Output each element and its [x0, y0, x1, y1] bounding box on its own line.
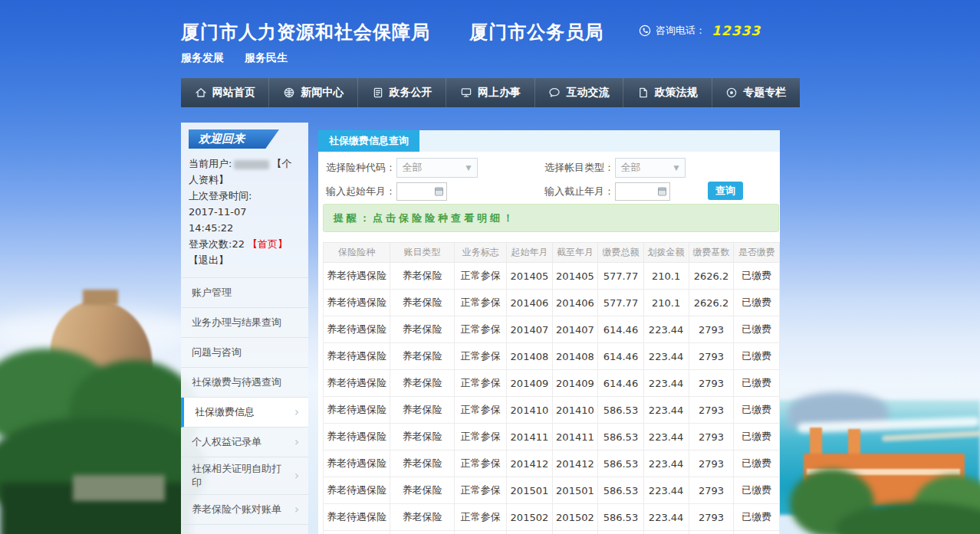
table-cell: 正常参保 — [455, 531, 507, 534]
account-type-group: 选择帐目类型 : 全部 ▼ — [544, 158, 686, 178]
cell-insurance-type[interactable]: 养老待遇保险 — [324, 397, 390, 424]
table-cell: 201406 — [507, 290, 553, 316]
table-row: 养老待遇保险养老保险正常参保201502201502586.53223.4427… — [324, 504, 780, 531]
table-cell: 2793 — [689, 450, 734, 477]
column-header: 截至年月 — [552, 243, 598, 263]
cell-insurance-type[interactable]: 养老待遇保险 — [324, 450, 390, 477]
nav-item-label: 政策法规 — [655, 86, 698, 100]
logout-link[interactable]: 【退出】 — [189, 254, 229, 266]
insurance-code-select[interactable]: 全部 ▼ — [396, 158, 478, 178]
table-cell: 2793 — [689, 316, 734, 343]
tab-payment-query[interactable]: 社保缴费信息查询 — [318, 130, 419, 152]
nav-item-policies[interactable]: 政策法规 — [623, 78, 712, 107]
hotline-number: 12333 — [712, 23, 761, 38]
sidebar-item-insurance-benefit-query[interactable]: 社保缴费与待遇查询 — [181, 368, 308, 398]
sidebar-item-account-management[interactable]: 账户管理 — [181, 278, 308, 308]
sidebar-item-label: 社保缴费与待遇查询 — [192, 375, 281, 389]
nav-item-interaction[interactable]: 互动交流 — [535, 78, 623, 107]
table-cell: 223.44 — [643, 316, 689, 343]
sidebar-item-pension-adjustment[interactable]: 养老金待遇调整› — [181, 525, 308, 534]
payment-table-wrap: 保险险种账目类型业务标志起始年月截至年月缴费总额划拨金额缴费基数是否缴费 养老待… — [323, 242, 780, 534]
nav-item-gov-disclosure[interactable]: 政务公开 — [358, 78, 446, 107]
table-cell: 2626.2 — [689, 263, 734, 290]
table-cell: 正常参保 — [455, 450, 507, 477]
table-row: 养老待遇保险养老保险正常参保201503201503586.53223.4427… — [324, 531, 780, 534]
table-cell: 已缴费 — [734, 316, 780, 343]
main-panel: 社保缴费信息查询 选择险种代码 : 全部 ▼ 选择帐目类型 : 全部 ▼ 输入起… — [318, 130, 780, 534]
document-list-icon — [372, 87, 384, 99]
calendar-icon[interactable] — [658, 188, 666, 196]
cell-insurance-type[interactable]: 养老待遇保险 — [324, 504, 390, 531]
nav-item-home[interactable]: 网站首页 — [181, 78, 269, 107]
table-cell: 已缴费 — [734, 424, 780, 450]
nav-item-online-services[interactable]: 网上办事 — [446, 78, 534, 107]
table-cell: 201405 — [552, 263, 598, 290]
nav-item-news-center[interactable]: 新闻中心 — [269, 78, 357, 107]
sidebar-item-label: 问题与咨询 — [192, 346, 242, 359]
nav-item-label: 政务公开 — [390, 86, 432, 100]
monitor-icon — [460, 87, 472, 99]
slogan-link-development[interactable]: 服务发展 — [181, 51, 224, 64]
sidebar-item-certificate-self-print[interactable]: 社保相关证明自助打印› — [181, 457, 308, 495]
chevron-right-icon: › — [294, 470, 299, 482]
sidebar-item-label: 社保缴费信息 — [195, 405, 255, 419]
table-cell: 201407 — [552, 316, 598, 343]
table-cell: 223.44 — [643, 424, 689, 450]
sidebar-item-questions-consult[interactable]: 问题与咨询 — [181, 338, 308, 368]
login-count: 登录次数:22 — [189, 238, 245, 250]
end-month-input[interactable] — [615, 182, 670, 201]
table-cell: 已缴费 — [734, 290, 780, 316]
table-cell: 已缴费 — [734, 504, 780, 531]
column-header: 起始年月 — [507, 243, 553, 263]
sidebar-item-label: 社保相关证明自助打印 — [192, 462, 290, 490]
table-cell: 2626.2 — [689, 290, 734, 316]
table-cell: 201501 — [507, 477, 553, 504]
cell-insurance-type[interactable]: 养老待遇保险 — [324, 531, 390, 534]
last-login-date: 2017-11-07 — [189, 206, 247, 218]
table-cell: 586.53 — [598, 477, 644, 504]
table-cell: 223.44 — [643, 450, 689, 477]
table-row: 养老待遇保险养老保险正常参保201406201406577.77210.1262… — [324, 290, 780, 316]
table-cell: 已缴费 — [734, 370, 780, 397]
sidebar-item-payment-info[interactable]: 社保缴费信息› — [181, 398, 308, 428]
table-cell: 养老保险 — [390, 450, 454, 477]
start-month-group: 输入起始年月 : — [326, 182, 447, 201]
table-cell: 586.53 — [598, 397, 644, 424]
sidebar-item-rights-record[interactable]: 个人权益记录单› — [181, 428, 308, 457]
table-cell: 养老保险 — [390, 504, 454, 531]
table-cell: 正常参保 — [455, 316, 507, 343]
cell-insurance-type[interactable]: 养老待遇保险 — [324, 477, 390, 504]
table-cell: 201408 — [552, 343, 598, 370]
sidebar-item-business-results[interactable]: 业务办理与结果查询 — [181, 308, 308, 338]
table-cell: 正常参保 — [455, 477, 507, 504]
table-cell: 586.53 — [598, 424, 644, 450]
end-month-label: 输入截止年月 : — [544, 185, 611, 198]
cell-insurance-type[interactable]: 养老待遇保险 — [324, 424, 390, 450]
column-header: 账目类型 — [390, 243, 454, 263]
table-cell: 养老保险 — [390, 531, 454, 534]
nav-item-special-topics[interactable]: 专题专栏 — [712, 78, 800, 107]
calendar-icon[interactable] — [435, 188, 443, 196]
cell-insurance-type[interactable]: 养老待遇保险 — [324, 343, 390, 370]
sidebar-item-pension-statement[interactable]: 养老保险个账对账单› — [181, 495, 308, 525]
table-cell: 614.46 — [598, 343, 644, 370]
table-cell: 2793 — [689, 504, 734, 531]
table-cell: 586.53 — [598, 504, 644, 531]
account-type-select[interactable]: 全部 ▼ — [615, 158, 686, 178]
query-form: 选择险种代码 : 全部 ▼ 选择帐目类型 : 全部 ▼ 输入起始年月 : — [318, 152, 780, 207]
query-button[interactable]: 查询 — [708, 182, 743, 200]
cell-insurance-type[interactable]: 养老待遇保险 — [324, 290, 390, 316]
main-nav: 网站首页新闻中心政务公开网上办事互动交流政策法规专题专栏 — [181, 78, 800, 107]
cell-insurance-type[interactable]: 养老待遇保险 — [324, 370, 390, 397]
cell-insurance-type[interactable]: 养老待遇保险 — [324, 263, 390, 290]
home-link[interactable]: 【首页】 — [248, 238, 288, 250]
column-header: 保险险种 — [324, 243, 390, 263]
table-row: 养老待遇保险养老保险正常参保201411201411586.53223.4427… — [324, 424, 780, 450]
table-cell: 正常参保 — [455, 263, 507, 290]
start-month-input[interactable] — [396, 182, 447, 201]
table-cell: 已缴费 — [734, 263, 780, 290]
home-icon — [195, 87, 207, 99]
cell-insurance-type[interactable]: 养老待遇保险 — [324, 316, 390, 343]
slogan-link-livelihood[interactable]: 服务民生 — [245, 51, 288, 64]
news-globe-icon — [283, 87, 295, 99]
